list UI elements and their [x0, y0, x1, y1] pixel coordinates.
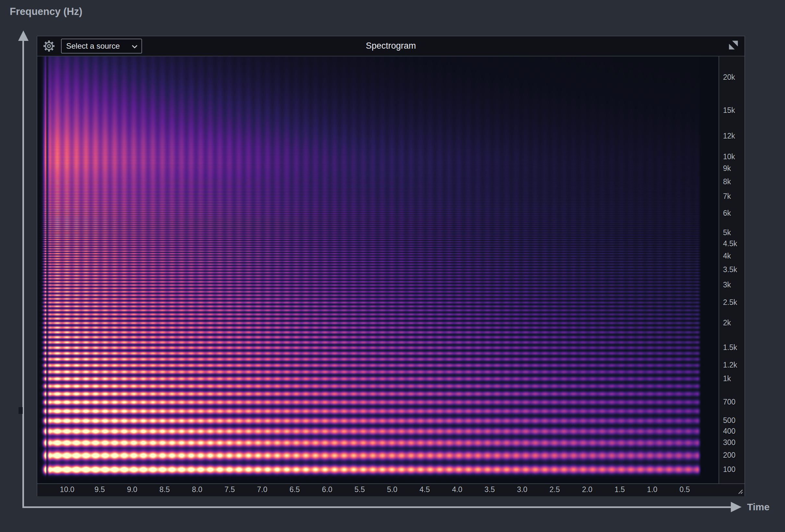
- time-axis-title: Time: [747, 502, 769, 512]
- time-tick-label: 7.5: [225, 485, 235, 494]
- time-tick-label: 10.0: [60, 485, 75, 494]
- freq-tick-label: 6k: [723, 208, 731, 218]
- resize-grip-icon[interactable]: [736, 487, 743, 495]
- time-tick-label: 1.0: [647, 485, 658, 494]
- freq-tick-label: 10k: [723, 152, 735, 161]
- time-axis-arrow-head: [731, 502, 741, 512]
- freq-tick-label: 2k: [723, 318, 731, 328]
- plot-area: 20k15k12k10k9k8k7k6k5k4.5k4k3.5k3k2.5k2k…: [37, 56, 744, 496]
- freq-tick-label: 1k: [723, 374, 731, 383]
- time-tick-label: 3.0: [517, 485, 527, 494]
- time-axis-strip: 10.09.59.08.58.07.57.06.56.05.55.04.54.0…: [37, 483, 744, 496]
- expand-button[interactable]: [728, 40, 739, 50]
- time-tick-label: 5.5: [355, 485, 365, 494]
- frequency-axis-title: Frequency (Hz): [10, 6, 82, 18]
- time-tick-label: 2.0: [582, 485, 592, 494]
- freq-tick-label: 500: [723, 415, 735, 425]
- panel-header: Select a source Spectrogram: [37, 36, 744, 56]
- time-tick-label: 0.5: [680, 485, 690, 494]
- freq-tick-label: 3k: [723, 280, 731, 290]
- freq-tick-label: 9k: [723, 163, 731, 173]
- time-tick-label: 9.5: [94, 485, 105, 494]
- time-tick-label: 6.0: [322, 485, 332, 494]
- freq-tick-label: 1.2k: [723, 360, 737, 370]
- freq-tick-label: 5k: [723, 228, 731, 237]
- freq-tick-label: 15k: [723, 105, 735, 115]
- spectrogram-panel: Select a source Spectrogram 20k15k12k10k…: [37, 36, 745, 496]
- freq-tick-label: 700: [723, 397, 735, 407]
- freq-tick-label: 20k: [723, 72, 735, 82]
- freq-tick-label: 8k: [723, 177, 731, 186]
- time-tick-label: 3.5: [485, 485, 495, 494]
- expand-icon: [728, 46, 739, 51]
- freq-tick-label: 400: [723, 426, 735, 436]
- freq-tick-label: 4k: [723, 251, 731, 261]
- freq-tick-label: 1.5k: [723, 343, 737, 352]
- time-tick-label: 4.5: [420, 485, 430, 494]
- freq-tick-label: 2.5k: [723, 298, 737, 307]
- time-tick-label: 4.0: [452, 485, 462, 494]
- spectrogram-heatmap: [37, 56, 718, 483]
- freq-tick-label: 300: [723, 438, 735, 447]
- time-tick-label: 5.0: [387, 485, 397, 494]
- freq-tick-label: 7k: [723, 192, 731, 201]
- freq-tick-label: 12k: [723, 131, 735, 141]
- page: { "page": { "bg": "#2a2e36", "freq_axis_…: [0, 0, 785, 532]
- time-tick-label: 1.5: [614, 485, 625, 494]
- time-tick-label: 8.0: [192, 485, 202, 494]
- frequency-axis-arrow-head: [18, 30, 29, 41]
- time-axis-arrow-line: [22, 506, 732, 508]
- freq-tick-label: 4.5k: [723, 239, 737, 249]
- time-tick-label: 6.5: [289, 485, 300, 494]
- freq-axis-gutter: 20k15k12k10k9k8k7k6k5k4.5k4k3.5k3k2.5k2k…: [718, 56, 744, 483]
- frequency-axis-arrow-line: [22, 38, 24, 508]
- time-tick-label: 9.0: [127, 485, 137, 494]
- time-tick-label: 2.5: [550, 485, 560, 494]
- time-tick-label: 7.0: [257, 485, 267, 494]
- time-tick-label: 8.5: [159, 485, 170, 494]
- axis-tick-mark: [19, 407, 23, 414]
- freq-tick-label: 100: [723, 464, 735, 474]
- panel-title: Spectrogram: [37, 41, 744, 51]
- freq-tick-label: 200: [723, 450, 735, 460]
- freq-tick-label: 3.5k: [723, 265, 737, 274]
